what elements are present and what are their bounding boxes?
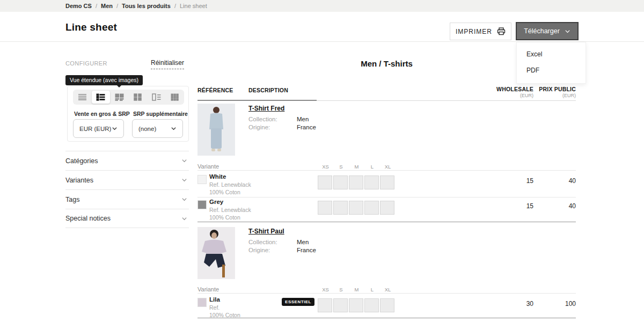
product-name-link[interactable]: T-Shirt Fred [248,105,284,112]
divider [197,197,576,197]
size-header: L [364,164,380,170]
collection-value: Men [297,116,309,122]
essentiel-badge: ESSENTIEL [282,298,314,306]
breadcrumb-item[interactable]: Men [101,3,113,9]
size-header: XL [380,287,396,292]
breadcrumb-item[interactable]: Tous les produits [122,3,171,9]
variant-material: 100% Coton [209,214,240,221]
wholesale-price: 30 [526,300,533,308]
size-qty-cell[interactable] [380,201,394,215]
chevron-down-icon [181,177,187,183]
view-grid-4-icon[interactable] [129,90,148,105]
size-qty-cell[interactable] [364,298,379,312]
size-qty-cell[interactable] [364,175,379,189]
view-grid-9-icon[interactable] [166,90,185,105]
wholesale-currency-label: Vente en gros & SRP [74,111,130,117]
size-header: M [349,287,364,292]
color-swatch [197,298,207,307]
printer-icon [497,27,506,35]
download-menu-item-excel[interactable]: Excel [517,46,586,62]
accordion-label: Tags [65,196,79,203]
filter-accordions: Catégories Variantes Tags Special notice… [65,151,189,228]
table-header-line [317,100,576,101]
origin-value: France [297,247,316,253]
reset-link[interactable]: Réinitialiser [151,59,184,69]
accordion-variants[interactable]: Variantes [65,170,189,189]
wholesale-price: 15 [526,202,533,210]
size-qty-cell[interactable] [318,175,332,189]
size-qty-cell[interactable] [380,298,394,312]
collection-label: Collection: [248,116,277,122]
download-menu-item-pdf[interactable]: PDF [517,62,586,78]
configure-heading: CONFIGURER [65,60,107,67]
breadcrumb-separator: / [174,3,176,9]
divider [197,293,576,294]
configure-panel: Vente en gros & SRP SRP supplémentaire E… [67,86,189,142]
breadcrumb-separator: / [96,3,97,9]
product-image[interactable] [197,227,235,279]
size-header: S [333,164,349,170]
col-retail: PRIX PUBLIC [539,86,576,92]
chevron-down-icon [112,126,118,131]
size-qty-cell[interactable] [333,201,348,215]
accordion-special-notices[interactable]: Special notices [65,209,189,228]
retail-price: 100 [565,300,576,308]
accordion-label: Variantes [65,177,93,184]
size-qty-cell[interactable] [318,201,332,215]
download-button[interactable]: Télécharger [516,22,579,40]
download-menu: Excel PDF [516,42,586,84]
view-list-icon[interactable] [73,90,92,105]
breadcrumb-current: Line sheet [180,3,207,9]
color-swatch [197,175,207,184]
size-header: XS [318,164,333,170]
col-wholesale-unit: (EUR) [520,93,533,98]
print-button[interactable]: IMPRIMER [450,23,511,40]
origin-value: France [297,124,316,130]
size-quantity-cells [318,201,394,215]
view-list-images-icon[interactable] [92,91,111,104]
origin-label: Origine: [248,124,270,130]
size-header: S [333,287,349,292]
variant-ref: Ref. Lenewblack [209,181,251,188]
size-qty-cell[interactable] [333,298,348,312]
view-cards-2col-icon[interactable] [110,90,129,105]
wholesale-price: 15 [526,177,533,185]
accordion-tags[interactable]: Tags [65,189,189,209]
view-mode-tooltip: Vue étendue (avec images) [65,75,143,85]
collection-label: Collection: [248,239,277,245]
product-name-link[interactable]: T-Shirt Paul [248,228,284,235]
size-qty-cell[interactable] [333,175,348,189]
wholesale-currency-select[interactable]: EUR (EUR) [73,119,124,138]
size-quantity-cells [318,175,394,189]
size-qty-cell[interactable] [349,175,363,189]
variant-ref: Ref. [209,304,219,311]
variant-name: Lila [209,296,220,303]
size-qty-cell[interactable] [364,201,379,215]
chevron-down-icon [181,216,187,222]
size-qty-cell[interactable] [318,298,332,312]
retail-price: 40 [569,202,576,210]
wholesale-currency-value: EUR (EUR) [79,126,111,132]
breadcrumb: Demo CS / Men / Tous les produits / Line… [65,0,207,12]
size-headers: XS S M L XL [318,164,396,170]
chevron-down-icon [181,196,187,202]
accordion-label: Special notices [65,215,111,222]
variant-name: White [209,173,226,180]
variant-material: 100% Coton [209,189,240,195]
chevron-down-icon [565,28,570,34]
chevron-down-icon [171,126,177,131]
product-divider [197,318,576,318]
breadcrumb-item[interactable]: Demo CS [65,3,92,9]
accordion-categories[interactable]: Catégories [65,151,189,170]
srp-value: (none) [138,126,156,132]
size-qty-cell[interactable] [349,298,363,312]
chevron-down-icon [181,158,187,164]
product-image[interactable] [197,104,235,156]
size-qty-cell[interactable] [380,175,394,189]
size-qty-cell[interactable] [349,201,363,215]
srp-label: SRP supplémentaire [133,111,188,117]
breadcrumb-separator: / [116,3,118,9]
srp-select[interactable]: (none) [132,119,183,138]
size-headers: XS S M L XL [318,287,396,292]
view-detail-icon[interactable] [147,90,166,105]
